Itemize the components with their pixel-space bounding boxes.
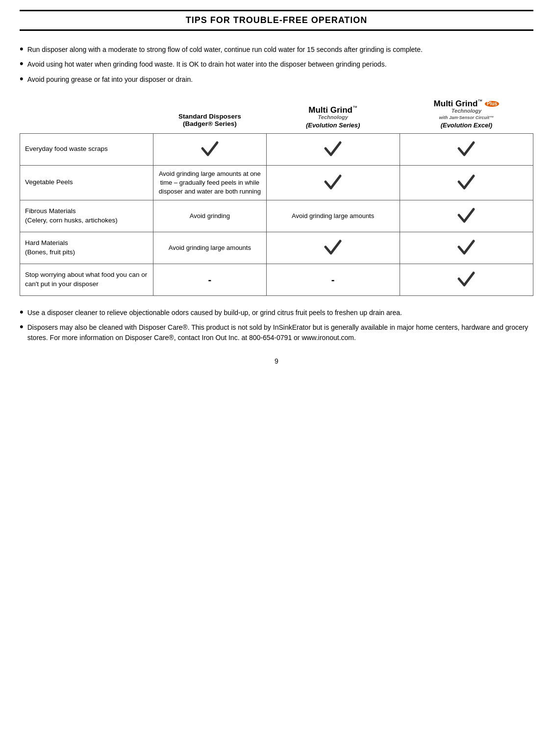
stopworry-standard-dash: -	[208, 274, 212, 285]
standard-header-label: Standard Disposers(Badger® Series)	[156, 113, 263, 129]
top-bullet-3: • Avoid pouring grease or fat into your …	[20, 74, 533, 84]
vegpeels-label: Vegetable Peels	[25, 178, 73, 186]
row-label-everyday: Everyday food waste scraps	[20, 133, 153, 165]
everyday-label: Everyday food waste scraps	[25, 145, 108, 152]
table-row-vegpeels: Vegetable Peels Avoid grinding large amo…	[20, 165, 533, 200]
fibrous-standard-text: Avoid grinding	[190, 212, 230, 219]
table-row-stopworry: Stop worrying about what food you can or…	[20, 264, 533, 296]
hard-standard-text: Avoid grinding large amounts	[169, 244, 251, 251]
row-label-vegpeels: Vegetable Peels	[20, 165, 153, 200]
row-label-hard: Hard Materials(Bones, fruit pits)	[20, 232, 153, 264]
multigrind-logo-excel: Multi Grind™ Plus Technologywith Jam·Sen…	[434, 99, 500, 129]
multigrind-logo-evolution: Multi Grind™ Technology (Evolution Serie…	[306, 105, 360, 129]
check-icon-stopworry-excel	[456, 268, 476, 290]
check-icon-vegpeels-evolution	[323, 171, 343, 193]
table-row-everyday: Everyday food waste scraps	[20, 133, 533, 165]
bullet-dot-1: •	[20, 44, 24, 54]
vegpeels-standard-text: Avoid grinding large amounts at one time…	[159, 170, 261, 195]
bottom-bullet-dot-1: •	[20, 307, 24, 317]
everyday-evolution	[266, 133, 400, 165]
hard-evolution	[266, 232, 400, 264]
vegpeels-evolution	[266, 165, 400, 200]
multigrind-tech-evolution: Technology	[306, 114, 360, 121]
comparison-table: Standard Disposers(Badger® Series) Multi…	[20, 95, 533, 296]
row-label-fibrous: Fibrous Materials(Celery, corn husks, ar…	[20, 200, 153, 232]
multigrind-title-excel: Multi Grind™ Plus	[434, 99, 500, 108]
everyday-excel	[400, 133, 533, 165]
col-header-excel: Multi Grind™ Plus Technologywith Jam·Sen…	[400, 95, 533, 133]
page-header: TIPS FOR TROUBLE-FREE OPERATION	[20, 10, 533, 31]
bullet-dot-2: •	[20, 58, 24, 69]
check-icon-everyday-evolution	[323, 138, 343, 160]
page-number-value: 9	[275, 357, 278, 365]
col-header-standard: Standard Disposers(Badger® Series)	[153, 95, 266, 133]
check-icon-hard-excel	[456, 236, 476, 258]
check-icon-everyday-excel	[456, 138, 476, 160]
evolution-excel-label: (Evolution Excel)	[434, 122, 500, 129]
stopworry-evolution-dash: -	[331, 274, 335, 285]
multigrind-title-evolution: Multi Grind™	[306, 105, 360, 114]
top-bullets: • Run disposer along with a moderate to …	[20, 45, 533, 84]
top-bullet-text-2: Avoid using hot water when grinding food…	[27, 59, 533, 69]
bottom-bullet-text-1: Use a disposer cleaner to relieve object…	[27, 308, 533, 317]
col-header-evolution: Multi Grind™ Technology (Evolution Serie…	[266, 95, 400, 133]
fibrous-label: Fibrous Materials(Celery, corn husks, ar…	[25, 207, 118, 224]
everyday-standard	[153, 133, 266, 165]
top-bullet-2: • Avoid using hot water when grinding fo…	[20, 59, 533, 69]
table-row-fibrous: Fibrous Materials(Celery, corn husks, ar…	[20, 200, 533, 232]
hard-standard: Avoid grinding large amounts	[153, 232, 266, 264]
check-icon-everyday-standard	[200, 138, 220, 160]
stopworry-standard: -	[153, 264, 266, 296]
vegpeels-excel	[400, 165, 533, 200]
evolution-series-label: (Evolution Series)	[306, 122, 360, 129]
bullet-dot-3: •	[20, 73, 24, 84]
fibrous-standard: Avoid grinding	[153, 200, 266, 232]
check-icon-vegpeels-excel	[456, 171, 476, 193]
stopworry-label: Stop worrying about what food you can or…	[25, 271, 147, 288]
top-bullet-1: • Run disposer along with a moderate to …	[20, 45, 533, 54]
bottom-bullet-1: • Use a disposer cleaner to relieve obje…	[20, 308, 533, 317]
vegpeels-standard: Avoid grinding large amounts at one time…	[153, 165, 266, 200]
bottom-bullet-text-2: Disposers may also be cleaned with Dispo…	[27, 322, 533, 342]
col-header-item	[20, 95, 153, 133]
check-icon-fibrous-excel	[456, 204, 476, 226]
stopworry-excel	[400, 264, 533, 296]
plus-badge: Plus	[485, 101, 499, 107]
hard-excel	[400, 232, 533, 264]
fibrous-evolution-text: Avoid grinding large amounts	[292, 212, 374, 219]
table-row-hard: Hard Materials(Bones, fruit pits) Avoid …	[20, 232, 533, 264]
multigrind-tech-excel: Technologywith Jam·Sensor Circuit™	[434, 108, 500, 121]
comparison-wrapper: Standard Disposers(Badger® Series) Multi…	[20, 95, 533, 296]
top-bullet-text-3: Avoid pouring grease or fat into your di…	[27, 74, 533, 84]
row-label-stopworry: Stop worrying about what food you can or…	[20, 264, 153, 296]
bottom-bullets: • Use a disposer cleaner to relieve obje…	[20, 308, 533, 342]
table-header-row: Standard Disposers(Badger® Series) Multi…	[20, 95, 533, 133]
page: TIPS FOR TROUBLE-FREE OPERATION • Run di…	[0, 0, 553, 756]
fibrous-evolution: Avoid grinding large amounts	[266, 200, 400, 232]
fibrous-excel	[400, 200, 533, 232]
top-bullet-text-1: Run disposer along with a moderate to st…	[27, 45, 533, 54]
bottom-bullet-dot-2: •	[20, 321, 24, 332]
check-icon-hard-evolution	[323, 236, 343, 258]
stopworry-evolution: -	[266, 264, 400, 296]
page-number: 9	[20, 357, 533, 365]
header-title: TIPS FOR TROUBLE-FREE OPERATION	[186, 15, 368, 25]
hard-label: Hard Materials(Bones, fruit pits)	[25, 239, 75, 256]
bottom-bullet-2: • Disposers may also be cleaned with Dis…	[20, 322, 533, 342]
